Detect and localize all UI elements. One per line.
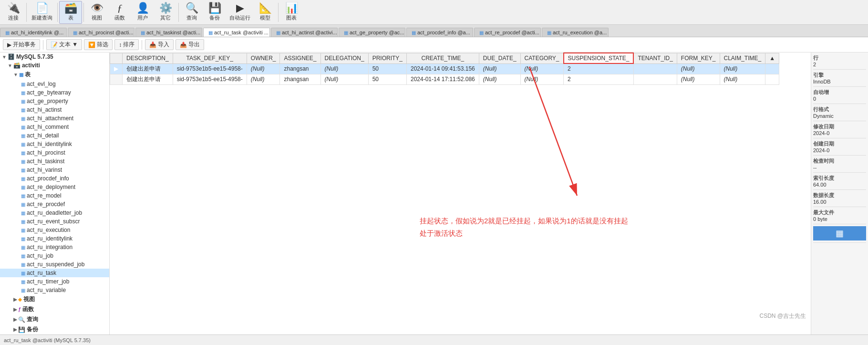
sidebar-table-act_hi_taskinst[interactable]: ▦ act_hi_taskinst xyxy=(0,157,109,166)
menu-new-query[interactable]: 📄 新建查询 xyxy=(28,1,56,24)
cell-task-def-key: sid-9753e1b5-ee15-4958- xyxy=(173,74,247,84)
menu-auto-run[interactable]: ▶ 自动运行 xyxy=(226,1,254,24)
sidebar-backup-section[interactable]: ▶ 💾 备份 xyxy=(0,324,109,335)
sidebar-connection[interactable]: ▼ 🗄️ MySQL 5.7.35 xyxy=(0,52,109,61)
model-icon: 📐 xyxy=(259,3,272,13)
col-header-assignee[interactable]: ASSIGNEE_ xyxy=(280,53,320,63)
tab-4[interactable]: ▦ act_ru_task @activiti ... xyxy=(203,28,270,37)
menu-user[interactable]: 👤 用户 xyxy=(131,1,154,24)
table-item-icon: ▦ xyxy=(21,159,25,164)
menu-backup[interactable]: 💾 备份 xyxy=(203,1,226,24)
sidebar-tables-section[interactable]: ▼ ▦ 表 xyxy=(0,70,109,80)
sidebar-table-act_hi_actinst[interactable]: ▦ act_hi_actinst xyxy=(0,105,109,114)
tab-7[interactable]: ▦ act_procdef_info @a... xyxy=(406,28,473,37)
tab-8[interactable]: ▦ act_re_procdef @acti... xyxy=(474,28,541,37)
sidebar-queries-section[interactable]: ▶ 🔍 查询 xyxy=(0,314,109,324)
col-header-form-key[interactable]: FORM_KEY_ xyxy=(677,53,720,63)
tab-9[interactable]: ▦ act_ru_execution @a... xyxy=(542,28,609,37)
table-item-icon: ▦ xyxy=(21,236,25,241)
cell-category: (Null) xyxy=(520,63,563,74)
table-view-icon[interactable]: ▦ xyxy=(813,226,866,240)
col-header-claim-time[interactable]: CLAIM_TIME_ xyxy=(720,53,765,63)
sidebar-table-act_ru_job[interactable]: ▦ act_ru_job xyxy=(0,251,109,260)
table-item-label: act_ru_timer_job xyxy=(27,278,69,285)
table-row[interactable]: ▶ 创建出差申请 sid-9753e1b5-ee15-4958- (Null) … xyxy=(110,63,779,74)
tables-section-label: 表 xyxy=(25,71,31,79)
filter-button[interactable]: 🔽 筛选 xyxy=(84,39,113,50)
sidebar-table-act_hi_attachment[interactable]: ▦ act_hi_attachment xyxy=(0,114,109,123)
sidebar-table-act_hi_varinst[interactable]: ▦ act_hi_varinst xyxy=(0,166,109,174)
menu-model-label: 模型 xyxy=(260,14,270,21)
col-header-due-date[interactable]: DUE_DATE_ xyxy=(479,53,520,63)
col-header-task-def-key[interactable]: TASK_DEF_KEY_ xyxy=(173,53,247,63)
tab-2[interactable]: ▦ act_hi_procinst @acti... xyxy=(68,28,134,37)
data-table-container[interactable]: DESCRIPTION_ TASK_DEF_KEY_ OWNER_ ASSIGN… xyxy=(110,52,811,335)
col-header-delegation[interactable]: DELEGATION_ xyxy=(320,53,368,63)
tab-1[interactable]: ▦ act_hi_identitylink @... xyxy=(0,28,67,37)
menu-function[interactable]: ƒ 函数 xyxy=(108,1,131,24)
sidebar-table-act_ru_identitylink[interactable]: ▦ act_ru_identitylink xyxy=(0,234,109,243)
menu-table[interactable]: 🗃️ 表 xyxy=(59,1,82,24)
sidebar-table-act_ge_bytearray[interactable]: ▦ act_ge_bytearray xyxy=(0,88,109,97)
menu-connect[interactable]: 🔌 连接 xyxy=(2,1,25,24)
sidebar-table-act_ru_task[interactable]: ▦ act_ru_task xyxy=(0,269,109,277)
sidebar-table-act_ru_timer_job[interactable]: ▦ act_ru_timer_job xyxy=(0,277,109,286)
menu-chart[interactable]: 📊 图表 xyxy=(280,1,303,24)
menu-view[interactable]: 👁️ 视图 xyxy=(85,1,108,24)
text-button[interactable]: 📝 文本 ▼ xyxy=(46,39,82,50)
right-panel-index-len-label: 索引长度 xyxy=(813,175,866,182)
table-row[interactable]: 创建出差申请 sid-9753e1b5-ee15-4958- (Null) zh… xyxy=(110,74,779,84)
action-sep-1 xyxy=(43,40,43,50)
tab-3[interactable]: ▦ act_hi_taskinst @acti... xyxy=(135,28,202,37)
right-panel-engine: 引擎 InnoDB xyxy=(813,72,866,87)
col-header-suspension-state[interactable]: SUSPENSION_STATE_ xyxy=(564,53,634,63)
export-button[interactable]: 📤 导出 xyxy=(176,39,204,50)
sidebar-table-act_re_deployment[interactable]: ▦ act_re_deployment xyxy=(0,183,109,191)
sort-button[interactable]: ↕ 排序 xyxy=(114,39,139,50)
cell-extra xyxy=(765,63,779,74)
tab-9-label: act_ru_execution @a... xyxy=(553,30,607,35)
col-header-description[interactable]: DESCRIPTION_ xyxy=(123,53,173,63)
tab-6-label: act_ge_property @ac... xyxy=(350,30,404,35)
sidebar-functions-section[interactable]: ▶ ƒ 函数 xyxy=(0,304,109,314)
sidebar-table-act_hi_procinst[interactable]: ▦ act_hi_procinst xyxy=(0,148,109,157)
import-button[interactable]: 📥 导入 xyxy=(145,39,174,50)
menu-model[interactable]: 📐 模型 xyxy=(254,1,277,24)
views-section-label: 视图 xyxy=(23,295,35,303)
col-header-owner[interactable]: OWNER_ xyxy=(247,53,280,63)
sidebar-table-act_ge_property[interactable]: ▦ act_ge_property xyxy=(0,97,109,105)
col-header-tenant-id[interactable]: TENANT_ID_ xyxy=(633,53,677,63)
col-header-priority[interactable]: PRIORITY_ xyxy=(368,53,406,63)
col-header-create-time[interactable]: CREATE_TIME_ xyxy=(407,53,479,63)
activiti-db-icon: 🗃️ xyxy=(13,62,21,69)
right-panel-max-file: 最大文件 0 byte xyxy=(813,209,866,224)
menu-other[interactable]: ⚙️ 其它 xyxy=(154,1,177,24)
sidebar-views-section[interactable]: ▶ ◈ 视图 xyxy=(0,294,109,304)
cell-priority: 50 xyxy=(368,63,406,74)
menu-sep-5 xyxy=(278,3,279,22)
sidebar-table-act_ru_integration[interactable]: ▦ act_ru_integration xyxy=(0,243,109,251)
connect-icon: 🔌 xyxy=(7,3,20,13)
sidebar-table-act_re_model[interactable]: ▦ act_re_model xyxy=(0,191,109,200)
status-text: act_ru_task @activiti (MySQL 5.7.35) xyxy=(4,337,91,343)
sidebar-table-act_hi_comment[interactable]: ▦ act_hi_comment xyxy=(0,123,109,131)
sidebar-table-act_hi_identitylink[interactable]: ▦ act_hi_identitylink xyxy=(0,140,109,148)
start-transaction-button[interactable]: ▶ 开始事务 xyxy=(3,39,40,50)
col-header-category[interactable]: CATEGORY_ xyxy=(520,53,563,63)
menu-query[interactable]: 🔍 查询 xyxy=(180,1,203,24)
cell-assignee: zhangsan xyxy=(280,74,320,84)
top-menu-bar: 🔌 连接 📄 新建查询 🗃️ 表 👁️ 视图 ƒ 函数 👤 用户 ⚙️ 其它 xyxy=(0,0,868,25)
sidebar-table-act_ru_suspended_job[interactable]: ▦ act_ru_suspended_job xyxy=(0,260,109,269)
tab-6[interactable]: ▦ act_ge_property @ac... xyxy=(339,28,405,37)
sidebar-table-act_ru_execution[interactable]: ▦ act_ru_execution xyxy=(0,226,109,234)
sidebar-table-act_re_procdef[interactable]: ▦ act_re_procdef xyxy=(0,200,109,209)
sidebar-table-act_ru_event_subscr[interactable]: ▦ act_ru_event_subscr xyxy=(0,217,109,226)
sidebar-table-act_ru_deadletter_job[interactable]: ▦ act_ru_deadletter_job xyxy=(0,209,109,217)
sidebar-table-act_procdef_info[interactable]: ▦ act_procdef_info xyxy=(0,174,109,183)
sidebar-db-activiti[interactable]: ▼ 🗃️ activiti xyxy=(0,61,109,70)
table-item-icon: ▦ xyxy=(21,253,25,259)
sidebar-table-act_evl_log[interactable]: ▦ act_evl_log xyxy=(0,80,109,88)
sidebar-table-act_ru_variable[interactable]: ▦ act_ru_variable xyxy=(0,286,109,294)
tab-5[interactable]: ▦ act_hi_actinst @activi... xyxy=(271,28,338,37)
sidebar-table-act_hi_detail[interactable]: ▦ act_hi_detail xyxy=(0,131,109,140)
